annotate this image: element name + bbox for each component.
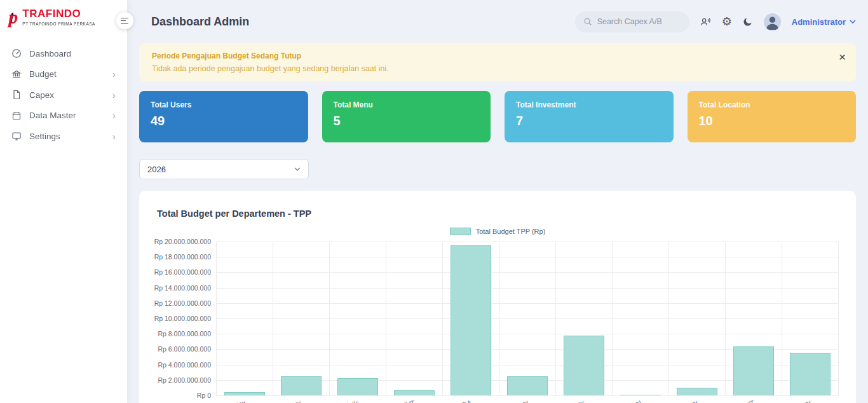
close-icon[interactable]: ×	[839, 51, 846, 63]
sidebar-item-label: Data Master	[29, 111, 76, 120]
user-name-label: Administrator	[792, 17, 846, 27]
search-input[interactable]	[597, 17, 700, 26]
stat-label: Total Location	[699, 100, 845, 109]
h-gridline	[216, 288, 838, 289]
year-select[interactable]: 2026	[139, 159, 309, 179]
gear-icon[interactable]: ⚙	[722, 16, 732, 27]
y-tick-label: Rp 0	[197, 392, 211, 399]
chevron-right-icon: ›	[112, 111, 116, 120]
x-label: QC Trafo & MV Switch Gear	[729, 399, 812, 403]
sidebar-item-dashboard[interactable]: Dashboard	[0, 43, 127, 64]
h-gridline	[216, 257, 838, 257]
file-icon	[11, 90, 22, 100]
chevron-down-icon	[294, 167, 301, 171]
x-label: Prod. Trafo Oil & MV Switch Gear	[600, 399, 698, 403]
moon-icon[interactable]	[743, 17, 753, 27]
bar-8[interactable]	[676, 388, 717, 395]
chart-y-axis: Rp 20.000.000.000Rp 18.000.000.000Rp 16.…	[157, 242, 216, 395]
y-tick-label: Rp 2.000.000.000	[158, 376, 212, 384]
bar-2[interactable]	[337, 378, 377, 395]
stat-value: 5	[334, 114, 480, 128]
chevron-right-icon: ›	[112, 132, 116, 141]
brand-logo: tp TRAFINDO PT TRAFOINDO PRIMA PERKASA	[0, 0, 127, 33]
alert-message: Tidak ada periode pengajuan budget yang …	[152, 64, 843, 73]
bar-5[interactable]	[506, 376, 547, 395]
v-gridline	[555, 242, 556, 395]
y-tick-label: Rp 12.000.000.000	[154, 299, 211, 307]
v-gridline	[838, 242, 839, 395]
year-select-value: 2026	[147, 165, 166, 174]
bar-3[interactable]	[393, 390, 434, 395]
brand-company: PT TRAFOINDO PRIMA PERKASA	[22, 22, 95, 26]
chart-legend[interactable]: Total Budget TPP (Rp)	[157, 228, 838, 235]
v-gridline	[329, 242, 330, 395]
sidebar-item-label: Settings	[29, 132, 60, 141]
brand-name: TRAFINDO	[22, 8, 95, 20]
user-menu[interactable]: Administrator	[792, 17, 856, 27]
stat-label: Total Menu	[334, 100, 480, 109]
stat-card-total-investment: Total Investment 7	[505, 91, 674, 142]
y-tick-label: Rp 20.000.000.000	[154, 238, 211, 245]
bank-icon	[11, 69, 22, 79]
stat-value: 49	[151, 114, 297, 128]
search-box[interactable]	[575, 11, 689, 32]
dashboard-icon	[11, 48, 22, 58]
user-voice-icon[interactable]	[700, 17, 711, 27]
x-label: On Site Services	[536, 399, 586, 403]
y-tick-label: Rp 16.000.000.000	[154, 268, 211, 276]
y-tick-label: Rp 18.000.000.000	[154, 253, 211, 261]
brand-text: TRAFINDO PT TRAFOINDO PRIMA PERKASA	[22, 8, 95, 26]
monitor-icon	[11, 131, 22, 141]
bar-4[interactable]	[450, 245, 491, 395]
chart-plot	[216, 242, 838, 395]
x-label: In House Services	[248, 399, 302, 403]
sidebar-item-capex[interactable]: Capex ›	[0, 85, 127, 106]
sidebar-item-settings[interactable]: Settings ›	[0, 126, 127, 147]
h-gridline	[216, 272, 838, 273]
page-title: Dashboard Admin	[139, 15, 249, 29]
v-gridline	[782, 242, 782, 395]
sidebar-item-label: Capex	[29, 90, 54, 100]
v-gridline	[442, 242, 443, 395]
legend-label: Total Budget TPP (Rp)	[476, 228, 546, 235]
search-icon	[583, 17, 592, 26]
sidebar-item-budget[interactable]: Budget ›	[0, 64, 127, 85]
h-gridline	[216, 318, 838, 319]
x-label: Supply Chain Logistic	[295, 399, 360, 403]
bar-9[interactable]	[733, 346, 773, 395]
chart-body: Rp 20.000.000.000Rp 18.000.000.000Rp 16.…	[157, 242, 838, 403]
bar-6[interactable]	[563, 336, 604, 395]
stat-label: Total Users	[151, 100, 297, 109]
y-tick-label: Rp 10.000.000.000	[154, 315, 211, 322]
chart-card: Total Budget per Departemen - TPP Total …	[139, 191, 856, 403]
y-tick-label: Rp 6.000.000.000	[158, 345, 212, 353]
sidebar-item-label: Budget	[29, 69, 57, 79]
v-gridline	[499, 242, 499, 395]
v-gridline	[216, 242, 217, 395]
sidebar-toggle-button[interactable]	[116, 12, 133, 29]
stat-label: Total Investment	[516, 100, 662, 109]
stat-value: 10	[699, 114, 845, 128]
topbar-right: ⚙ Administrator	[575, 11, 856, 32]
sidebar-item-label: Dashboard	[29, 49, 71, 58]
v-gridline	[386, 242, 386, 395]
bar-1[interactable]	[280, 376, 321, 395]
h-gridline	[216, 242, 838, 242]
v-gridline	[668, 242, 669, 395]
avatar[interactable]	[764, 13, 781, 31]
monogram-p: p	[8, 6, 18, 27]
bar-10[interactable]	[789, 353, 830, 395]
sidebar-item-data-master[interactable]: Data Master ›	[0, 106, 127, 126]
stat-card-total-menu: Total Menu 5	[322, 91, 491, 142]
x-label: Engineering & MV Switch Gear	[438, 399, 529, 403]
stat-value: 7	[516, 114, 662, 128]
h-gridline	[216, 334, 838, 334]
y-tick-label: Rp 4.000.000.000	[158, 361, 212, 369]
stat-card-total-users: Total Users 49	[139, 91, 308, 142]
y-tick-label: Rp 14.000.000.000	[154, 284, 211, 292]
chevron-right-icon: ›	[112, 69, 116, 79]
sidebar-nav: Dashboard Budget › Capex › Data Master ›	[0, 43, 127, 147]
chevron-right-icon: ›	[112, 90, 116, 100]
x-label: GA	[461, 399, 473, 403]
v-gridline	[612, 242, 613, 395]
